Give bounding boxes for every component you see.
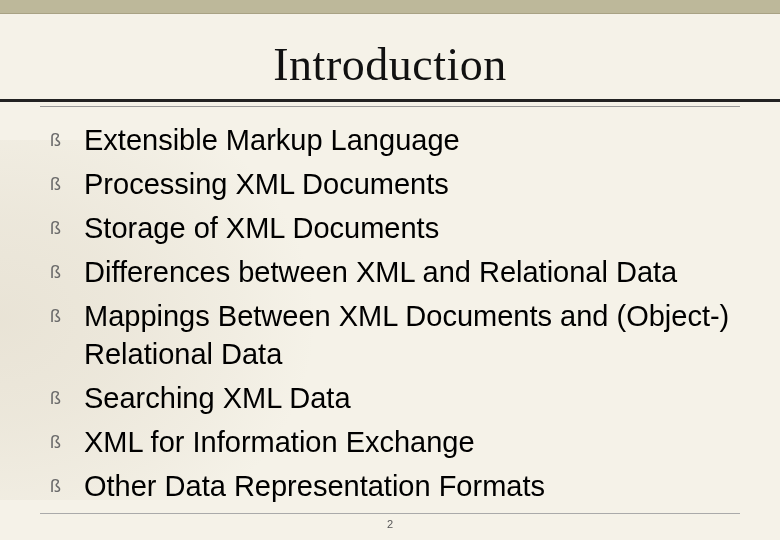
slide-footer: 2 bbox=[0, 513, 780, 532]
list-item: ß XML for Information Exchange bbox=[50, 423, 734, 461]
slide-content: Introduction ß Extensible Markup Languag… bbox=[0, 14, 780, 505]
title-underline-thick bbox=[0, 99, 780, 102]
title-underline-thin bbox=[40, 106, 740, 107]
bullet-text: Other Data Representation Formats bbox=[84, 467, 545, 505]
bullet-list: ß Extensible Markup Language ß Processin… bbox=[40, 121, 740, 505]
bullet-arrow-icon: ß bbox=[50, 297, 84, 335]
bullet-arrow-icon: ß bbox=[50, 467, 84, 505]
list-item: ß Other Data Representation Formats bbox=[50, 467, 734, 505]
bullet-text: Processing XML Documents bbox=[84, 165, 449, 203]
bullet-text: Extensible Markup Language bbox=[84, 121, 460, 159]
list-item: ß Extensible Markup Language bbox=[50, 121, 734, 159]
bullet-text: Storage of XML Documents bbox=[84, 209, 439, 247]
list-item: ß Mappings Between XML Documents and (Ob… bbox=[50, 297, 734, 373]
bullet-arrow-icon: ß bbox=[50, 379, 84, 417]
list-item: ß Storage of XML Documents bbox=[50, 209, 734, 247]
list-item: ß Processing XML Documents bbox=[50, 165, 734, 203]
slide-title: Introduction bbox=[40, 38, 740, 91]
list-item: ß Differences between XML and Relational… bbox=[50, 253, 734, 291]
bullet-arrow-icon: ß bbox=[50, 253, 84, 291]
footer-rule bbox=[40, 513, 740, 514]
bullet-arrow-icon: ß bbox=[50, 121, 84, 159]
list-item: ß Searching XML Data bbox=[50, 379, 734, 417]
page-number: 2 bbox=[387, 518, 393, 530]
bullet-text: Mappings Between XML Documents and (Obje… bbox=[84, 297, 734, 373]
bullet-text: Differences between XML and Relational D… bbox=[84, 253, 677, 291]
bullet-arrow-icon: ß bbox=[50, 165, 84, 203]
bullet-text: Searching XML Data bbox=[84, 379, 351, 417]
bullet-arrow-icon: ß bbox=[50, 423, 84, 461]
top-accent-bar bbox=[0, 0, 780, 14]
bullet-arrow-icon: ß bbox=[50, 209, 84, 247]
bullet-text: XML for Information Exchange bbox=[84, 423, 475, 461]
